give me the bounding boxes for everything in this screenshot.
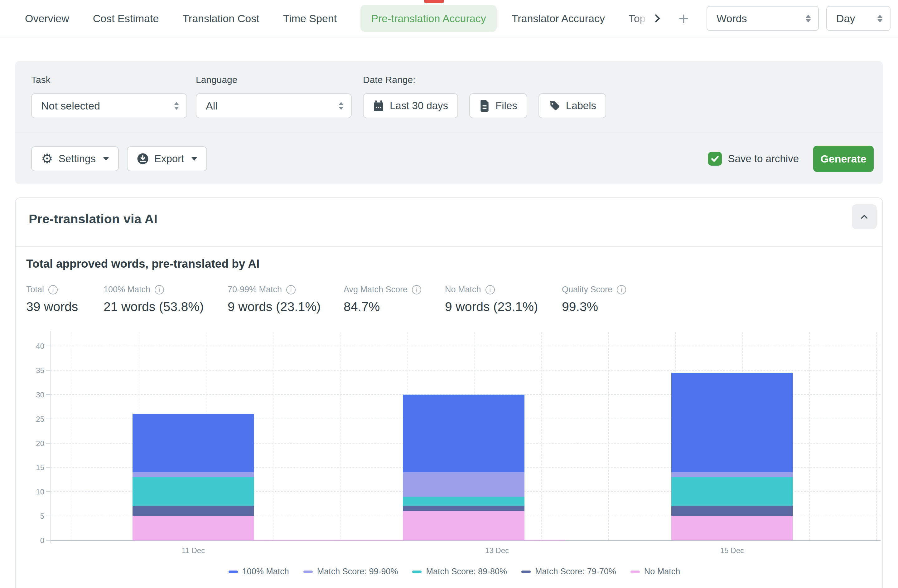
info-icon[interactable]: i (486, 285, 495, 294)
legend-label: Match Score: 79-70% (535, 567, 616, 576)
export-dropdown-button[interactable]: Export (127, 146, 207, 171)
bar-segment-100-match[interactable] (132, 414, 254, 472)
info-icon[interactable]: i (155, 285, 164, 294)
tab-overview[interactable]: Overview (25, 12, 69, 25)
stat-value: 21 words (53.8%) (103, 299, 228, 314)
stat-70-99-match: 70-99% Matchi 9 words (23.1%) (228, 285, 344, 314)
vertical-gridline (72, 332, 72, 540)
y-axis-tick (46, 491, 51, 492)
y-axis-tick-label: 30 (26, 391, 44, 399)
save-to-archive-label[interactable]: Save to archive (728, 153, 799, 165)
info-icon[interactable]: i (412, 285, 421, 294)
y-axis-tick (46, 540, 51, 540)
sort-arrows-icon (877, 15, 883, 23)
stats-row: Totali 39 words 100% Matchi 21 words (53… (26, 285, 883, 314)
language-label: Language (196, 75, 352, 85)
bar-segment-no-match[interactable] (132, 516, 254, 540)
bar-segment-match-score-89-80-[interactable] (132, 477, 254, 506)
tab-pre-translation-accuracy[interactable]: Pre-translation Accuracy (360, 5, 497, 32)
vertical-gridline (809, 332, 810, 540)
labels-filter-button[interactable]: Labels (538, 93, 606, 118)
date-range-value: Last 30 days (390, 100, 448, 112)
bar-segment-match-score-89-80-[interactable] (403, 497, 524, 506)
bar-segment-no-match[interactable] (671, 516, 793, 540)
stat-avg-match-score: Avg Match Scorei 84.7% (344, 285, 445, 314)
files-button-label: Files (495, 100, 517, 112)
stat-value: 99.3% (562, 299, 626, 314)
files-filter-button[interactable]: Files (469, 93, 527, 118)
export-button-label: Export (154, 153, 184, 165)
stat-no-match: No Matchi 9 words (23.1%) (445, 285, 562, 314)
stat-label: Total (26, 285, 44, 294)
pre-translation-report-card: Pre-translation via AI Total approved wo… (15, 197, 883, 588)
x-axis-label: 13 Dec (485, 546, 509, 555)
tabs-scroll-right-button[interactable] (652, 13, 663, 24)
metric-select[interactable]: Words (707, 6, 819, 31)
stat-value: 39 words (26, 299, 103, 314)
y-axis-tick-label: 10 (26, 488, 44, 496)
y-axis-tick (46, 394, 51, 395)
period-select[interactable]: Day (826, 6, 890, 31)
bar-segment-match-score-79-70-[interactable] (403, 506, 524, 511)
task-select[interactable]: Not selected (31, 93, 187, 118)
generate-button[interactable]: Generate (813, 146, 874, 172)
tab-time-spent[interactable]: Time Spent (283, 12, 337, 25)
y-axis-tick (46, 516, 51, 516)
legend-item-100-match[interactable]: 100% Match (229, 567, 289, 576)
y-axis-tick (46, 467, 51, 468)
stat-value: 9 words (23.1%) (445, 299, 562, 314)
report-tabs-bar: Overview Cost Estimate Translation Cost … (0, 0, 898, 37)
y-axis-tick-label: 20 (26, 439, 44, 448)
labels-button-label: Labels (566, 100, 596, 112)
settings-dropdown-button[interactable]: ⚙ Settings (31, 146, 119, 171)
save-to-archive-checkbox[interactable] (708, 152, 722, 166)
y-axis-line (51, 331, 51, 543)
tab-translator-accuracy[interactable]: Translator Accuracy (512, 12, 605, 25)
vertical-gridline (608, 332, 609, 540)
bar-segment-match-score-99-90-[interactable] (671, 472, 793, 477)
legend-item-match-score-99-90-[interactable]: Match Score: 99-90% (303, 567, 398, 576)
settings-button-label: Settings (58, 153, 96, 165)
recording-indicator (424, 0, 444, 3)
tab-top-truncated[interactable]: Top (629, 12, 649, 25)
tab-cost-estimate[interactable]: Cost Estimate (93, 12, 159, 25)
period-select-value: Day (836, 12, 855, 25)
stat-100-match: 100% Matchi 21 words (53.8%) (103, 285, 228, 314)
x-axis-label: 11 Dec (182, 546, 205, 555)
legend-swatch-icon (229, 571, 238, 573)
tab-translation-cost[interactable]: Translation Cost (182, 12, 259, 25)
chart-legend: 100% MatchMatch Score: 99-90%Match Score… (26, 567, 883, 576)
bar-segment-match-score-89-80-[interactable] (671, 477, 793, 506)
caret-down-icon (191, 157, 197, 161)
chevron-right-icon (652, 13, 663, 24)
legend-item-no-match[interactable]: No Match (630, 567, 680, 576)
legend-item-match-score-89-80-[interactable]: Match Score: 89-80% (412, 567, 507, 576)
vertical-gridline (876, 332, 877, 540)
language-select[interactable]: All (196, 93, 352, 118)
legend-label: Match Score: 99-90% (317, 567, 398, 576)
info-icon[interactable]: i (286, 285, 295, 294)
bar-segment-no-match[interactable] (403, 511, 524, 540)
collapse-card-button[interactable] (852, 204, 877, 229)
bar-segment-100-match[interactable] (403, 395, 524, 472)
info-icon[interactable]: i (48, 285, 58, 294)
calendar-icon (373, 100, 384, 112)
bar-segment-match-score-79-70-[interactable] (671, 506, 793, 516)
language-select-value: All (206, 100, 218, 112)
legend-item-match-score-79-70-[interactable]: Match Score: 79-70% (521, 567, 616, 576)
date-range-label: Date Range: (363, 75, 606, 85)
date-range-button[interactable]: Last 30 days (363, 93, 458, 118)
section-title: Total approved words, pre-translated by … (26, 257, 883, 271)
file-icon (479, 100, 490, 112)
task-label: Task (31, 75, 187, 85)
legend-swatch-icon (521, 571, 531, 573)
bar-segment-match-score-79-70-[interactable] (132, 506, 254, 516)
bar-segment-match-score-99-90-[interactable] (403, 472, 524, 497)
legend-label: No Match (644, 567, 680, 576)
stat-label: Quality Score (562, 285, 612, 294)
card-title: Pre-translation via AI (29, 212, 157, 226)
bar-segment-100-match[interactable] (671, 373, 793, 472)
add-tab-button[interactable]: + (678, 8, 689, 29)
info-icon[interactable]: i (617, 285, 626, 294)
bar-segment-match-score-99-90-[interactable] (132, 472, 254, 477)
